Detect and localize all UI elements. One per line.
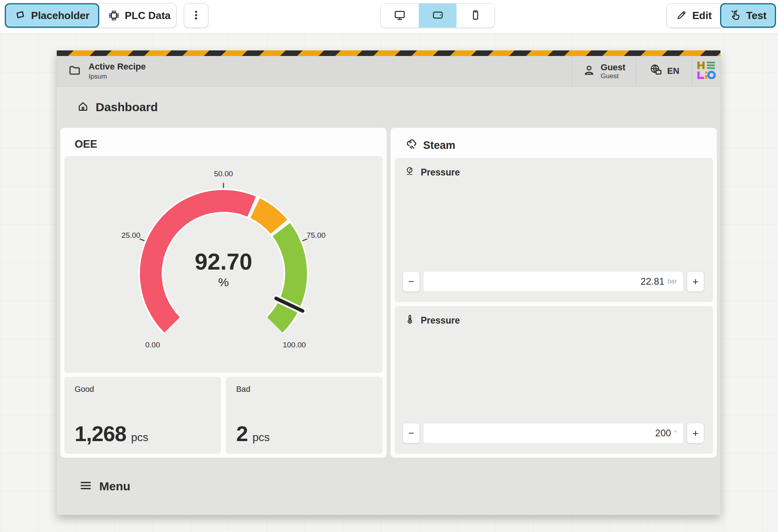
edit-test-toggle: Edit Test (666, 3, 776, 28)
language-code: EN (667, 66, 680, 76)
placeholder-button[interactable]: Placeholder (5, 3, 99, 28)
good-label: Good (75, 385, 211, 394)
app-header: Active Recipe Ipsum Guest Guest (57, 56, 720, 87)
test-label: Test (746, 10, 767, 22)
svg-text:92.70: 92.70 (194, 249, 252, 274)
temperature-value: 200 (655, 428, 671, 439)
page-title: Dashboard (96, 100, 158, 114)
svg-text:25.00: 25.00 (121, 231, 141, 239)
plc-data-button[interactable]: PLC Data (97, 3, 177, 28)
user-role: Guest (601, 72, 625, 80)
steam-card-title: Steam (423, 139, 455, 152)
active-recipe-label: Active Recipe (89, 62, 146, 72)
device-tablet-button[interactable] (419, 4, 457, 27)
pressure-label: Pressure (421, 167, 460, 178)
pressure-value-field[interactable]: 22.81 bar (423, 271, 684, 292)
device-desktop-button[interactable] (381, 4, 419, 27)
good-unit: pcs (131, 431, 148, 444)
placeholder-icon (14, 10, 26, 21)
data-source-toggle: Placeholder PLC Data (5, 3, 177, 28)
menu-button[interactable]: Menu (57, 458, 720, 515)
temperature-increment-button[interactable]: + (687, 423, 704, 443)
pressure-unit: bar (668, 278, 677, 285)
svg-text:%: % (218, 276, 229, 289)
temperature-label: Pressure (421, 315, 460, 326)
temperature-stepper: − 200 ° + (402, 423, 704, 443)
hazard-stripe (57, 50, 720, 56)
device-preview-toggle (380, 3, 495, 28)
monitor-icon (394, 9, 406, 22)
edit-label: Edit (692, 10, 712, 22)
good-value: 1,268 (75, 421, 126, 446)
tablet-icon (432, 9, 444, 22)
globe-language-icon (649, 63, 662, 79)
brand-logo (692, 56, 720, 86)
hamburger-icon (79, 479, 92, 493)
steam-card: Steam Pressure (391, 128, 717, 458)
more-options-button[interactable] (184, 3, 208, 28)
oee-gauge-panel: 0.0025.0050.0075.00100.0092.70% (64, 156, 383, 373)
svg-text:75.00: 75.00 (307, 231, 326, 239)
phone-icon (470, 9, 481, 22)
temperature-value-field[interactable]: 200 ° (423, 423, 684, 443)
hand-pointer-icon (730, 10, 741, 21)
svg-text:50.00: 50.00 (214, 170, 233, 178)
device-phone-button[interactable] (456, 4, 495, 27)
pressure-stepper: − 22.81 bar + (402, 271, 704, 292)
thermometer-icon (404, 314, 415, 327)
steam-pressure-section: Pressure − 22.81 bar + (395, 158, 713, 302)
plc-data-label: PLC Data (125, 10, 171, 22)
svg-text:0.00: 0.00 (145, 341, 160, 349)
good-count-tile: Good 1,268 pcs (64, 377, 221, 454)
bad-value: 2 (236, 421, 248, 446)
bad-count-tile: Bad 2 pcs (226, 377, 383, 454)
oee-card-title: OEE (75, 138, 97, 150)
dashboard-cards: OEE 0.0025.0050.0075.00100.0092.70% Good… (57, 128, 720, 458)
pencil-icon (676, 10, 687, 21)
steam-icon (405, 138, 418, 152)
active-recipe-value: Ipsum (89, 73, 146, 81)
kebab-icon (191, 10, 202, 22)
user-icon (582, 64, 596, 79)
home-icon (77, 100, 89, 114)
folder-icon (68, 64, 81, 79)
menu-label: Menu (99, 480, 130, 493)
pressure-value: 22.81 (641, 276, 664, 287)
edit-button[interactable]: Edit (667, 4, 720, 27)
user-name: Guest (601, 62, 625, 72)
bad-label: Bad (236, 385, 372, 394)
page-title-row: Dashboard (57, 87, 720, 128)
oee-card: OEE 0.0025.0050.0075.00100.0092.70% Good… (60, 128, 387, 458)
temperature-decrement-button[interactable]: − (402, 423, 420, 443)
test-button[interactable]: Test (720, 3, 776, 28)
helio-logo-icon (697, 62, 716, 81)
pressure-decrement-button[interactable]: − (402, 271, 420, 292)
pressure-gauge-icon (404, 166, 415, 179)
bad-unit: pcs (252, 431, 270, 444)
oee-gauge: 0.0025.0050.0075.00100.0092.70% (85, 157, 362, 372)
temperature-unit: ° (674, 430, 677, 437)
placeholder-label: Placeholder (31, 10, 89, 22)
user-menu[interactable]: Guest Guest (572, 56, 636, 86)
pressure-increment-button[interactable]: + (687, 271, 704, 292)
active-recipe: Active Recipe Ipsum (57, 56, 146, 86)
hmi-preview-frame: Active Recipe Ipsum Guest Guest (57, 50, 720, 515)
chip-icon (108, 10, 120, 21)
svg-text:100.00: 100.00 (283, 341, 306, 349)
language-menu[interactable]: EN (636, 56, 692, 86)
editor-canvas: Active Recipe Ipsum Guest Guest (0, 34, 778, 532)
steam-temperature-section: Pressure − 200 ° + (395, 306, 713, 454)
top-toolbar: Placeholder PLC Data (0, 0, 778, 34)
